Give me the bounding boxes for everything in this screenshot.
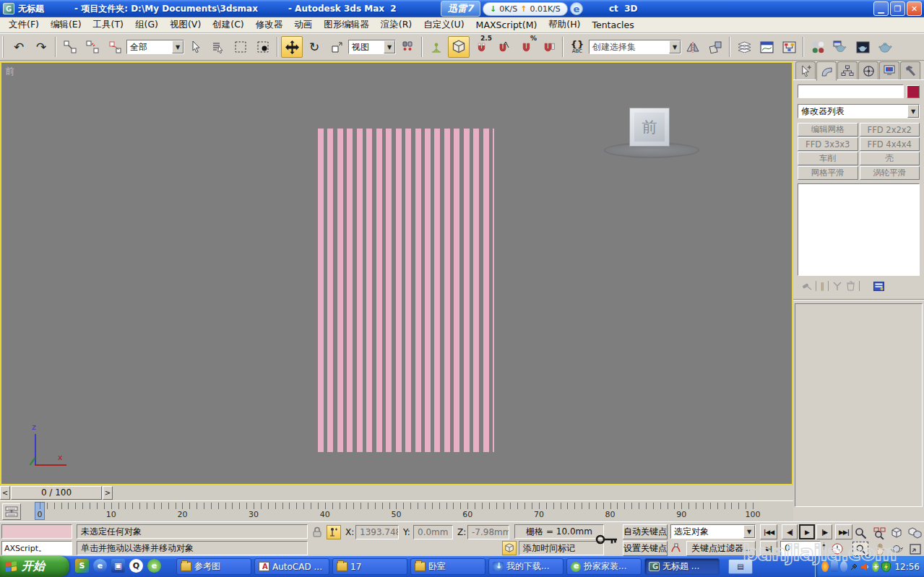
menu-item[interactable]: 动画 bbox=[288, 17, 318, 32]
select-object-button[interactable] bbox=[185, 36, 207, 58]
macro-recorder-field[interactable] bbox=[1, 524, 72, 539]
auto-key-button[interactable]: 自动关键点 bbox=[623, 524, 668, 539]
selection-lock-toggle[interactable] bbox=[311, 526, 323, 538]
tab-motion[interactable] bbox=[858, 61, 878, 79]
select-and-rotate-button[interactable]: ↻ bbox=[303, 36, 325, 58]
dropdown-arrow-icon[interactable]: ▼ bbox=[743, 525, 755, 538]
object-color-swatch[interactable] bbox=[907, 85, 920, 98]
time-slider-next-button[interactable]: > bbox=[103, 486, 113, 500]
thunder-logo[interactable]: 迅雷7 bbox=[441, 1, 480, 17]
layer-manager-button[interactable] bbox=[733, 36, 755, 58]
tray-360-icon[interactable]: + bbox=[872, 561, 879, 572]
modifier-set-button[interactable]: FFD 2x2x2 bbox=[860, 123, 920, 136]
thunder-speed-widget[interactable]: 迅雷7 ↓ 0K/S ↑ 0.01K/S e bbox=[441, 0, 583, 17]
taskbar-task-button[interactable]: 扮家家装... bbox=[566, 558, 642, 575]
pin-stack-button[interactable] bbox=[800, 281, 812, 291]
tray-app-icon[interactable] bbox=[831, 561, 838, 572]
tray-volume-icon[interactable] bbox=[860, 561, 870, 572]
time-slider-handle[interactable]: 0 / 100 bbox=[11, 486, 102, 500]
restore-button[interactable]: ❐ bbox=[890, 1, 905, 16]
select-and-scale-button[interactable] bbox=[326, 36, 347, 58]
quicklaunch-qq-icon[interactable]: Q bbox=[129, 559, 143, 573]
default-in-out-tangent-button[interactable] bbox=[670, 542, 683, 554]
quicklaunch-browser-icon[interactable]: e bbox=[147, 559, 161, 573]
named-selection-set-dropdown[interactable]: 创建选择集 ▼ bbox=[589, 40, 681, 54]
render-setup-button[interactable] bbox=[829, 36, 851, 58]
modifier-set-button[interactable]: 网格平滑 bbox=[798, 166, 858, 180]
render-production-button[interactable] bbox=[874, 36, 896, 58]
orbit-button[interactable] bbox=[889, 542, 904, 556]
tab-utilities[interactable] bbox=[900, 61, 920, 79]
menu-item[interactable]: 工具(T) bbox=[87, 17, 129, 32]
ie-browser-icon[interactable]: e bbox=[570, 2, 583, 15]
zoom-all-button[interactable] bbox=[871, 526, 887, 540]
dropdown-arrow-icon[interactable]: ▼ bbox=[907, 105, 919, 118]
unlink-selection-button[interactable] bbox=[82, 36, 103, 58]
region-zoom-button[interactable] bbox=[852, 542, 868, 556]
z-coordinate-field[interactable]: -7.98mm bbox=[467, 525, 509, 539]
named-selection-sets-button[interactable]: {}ABC bbox=[566, 36, 588, 58]
menu-item[interactable]: 图形编辑器 bbox=[318, 17, 375, 32]
align-button[interactable] bbox=[704, 36, 726, 58]
go-to-end-button[interactable]: ▶▶| bbox=[835, 524, 852, 539]
remove-modifier-button[interactable] bbox=[846, 281, 855, 291]
percent-snap-toggle-button[interactable]: % bbox=[515, 36, 537, 58]
key-filters-button[interactable]: 关键点过滤器... bbox=[686, 541, 756, 556]
time-configuration-button[interactable] bbox=[831, 542, 844, 555]
schematic-view-button[interactable] bbox=[778, 36, 800, 58]
key-mode-toggle-button[interactable]: ▶| bbox=[760, 541, 777, 556]
maxscript-listener-field[interactable]: AXScript。 bbox=[1, 541, 72, 555]
menu-item[interactable]: 文件(F) bbox=[3, 17, 45, 32]
menu-item[interactable]: 修改器 bbox=[250, 17, 289, 32]
object-name-field[interactable] bbox=[798, 84, 904, 98]
dropdown-arrow-icon[interactable]: ▼ bbox=[172, 40, 183, 53]
rectangular-selection-region-button[interactable] bbox=[230, 36, 251, 58]
menu-item[interactable]: 编辑(E) bbox=[45, 17, 87, 32]
taskbar-task-button[interactable]: 我的下载... bbox=[488, 558, 564, 575]
maximize-viewport-toggle[interactable] bbox=[907, 542, 923, 556]
modifier-set-button[interactable]: 车削 bbox=[798, 152, 858, 165]
toolbar-drag-handle[interactable] bbox=[2, 36, 6, 58]
striped-object[interactable] bbox=[318, 129, 494, 452]
tab-hierarchy[interactable] bbox=[837, 61, 858, 79]
track-bar-ruler[interactable]: 0102030405060708090100 bbox=[40, 501, 753, 522]
pan-view-button[interactable] bbox=[871, 542, 887, 556]
rollout-area[interactable] bbox=[795, 303, 923, 507]
modifier-set-button[interactable]: FFD 4x4x4 bbox=[860, 137, 920, 151]
viewcube[interactable]: 前 bbox=[629, 108, 670, 147]
window-crossing-toggle-button[interactable] bbox=[252, 36, 274, 58]
isolate-selection-toggle[interactable] bbox=[502, 541, 517, 555]
previous-frame-button[interactable]: ◀| bbox=[782, 524, 798, 539]
time-slider-prev-button[interactable]: < bbox=[0, 486, 10, 500]
spinner-snap-toggle-button[interactable] bbox=[537, 36, 559, 58]
zoom-extents-button[interactable] bbox=[889, 526, 904, 540]
menu-item[interactable]: 自定义(U) bbox=[418, 17, 470, 32]
taskbar-task-button[interactable]: AutoCAD ... bbox=[254, 558, 329, 575]
set-keys-key-icon[interactable] bbox=[595, 531, 618, 548]
menu-item[interactable]: MAXScript(M) bbox=[470, 18, 543, 32]
viewport-front[interactable]: 前 前 z x bbox=[0, 61, 793, 485]
curve-editor-button[interactable] bbox=[756, 36, 777, 58]
menu-item[interactable]: 视图(V) bbox=[164, 17, 207, 32]
close-button[interactable]: ✕ bbox=[907, 1, 922, 16]
angle-snap-toggle-button[interactable] bbox=[493, 36, 514, 58]
next-frame-button[interactable]: |▶ bbox=[816, 524, 832, 539]
start-button[interactable]: 开始 bbox=[0, 556, 69, 577]
modifier-set-button[interactable]: 壳 bbox=[860, 152, 920, 165]
use-pivot-point-center-button[interactable] bbox=[397, 36, 418, 58]
select-by-name-button[interactable] bbox=[207, 36, 229, 58]
select-and-manipulate-button[interactable] bbox=[426, 36, 447, 58]
quicklaunch-ie-icon[interactable]: e bbox=[93, 559, 107, 573]
absolute-mode-transform-button[interactable] bbox=[327, 525, 341, 539]
add-time-tag-button[interactable]: 添加时间标记 bbox=[519, 541, 604, 555]
zoom-extents-all-button[interactable] bbox=[906, 526, 923, 540]
tray-audio-plug-icon[interactable] bbox=[850, 561, 858, 572]
undo-button[interactable]: ↶ bbox=[8, 36, 30, 58]
input-method-keyboard-icon[interactable]: ▤ bbox=[728, 559, 753, 574]
menu-item[interactable]: Tentacles bbox=[586, 18, 639, 32]
spinner-down-icon[interactable]: ▼ bbox=[822, 545, 826, 549]
viewport-label[interactable]: 前 bbox=[5, 65, 14, 78]
menu-item[interactable]: 帮助(H) bbox=[543, 17, 586, 32]
tab-display[interactable] bbox=[879, 61, 899, 79]
modifier-set-button[interactable]: FFD 3x3x3 bbox=[798, 137, 858, 151]
